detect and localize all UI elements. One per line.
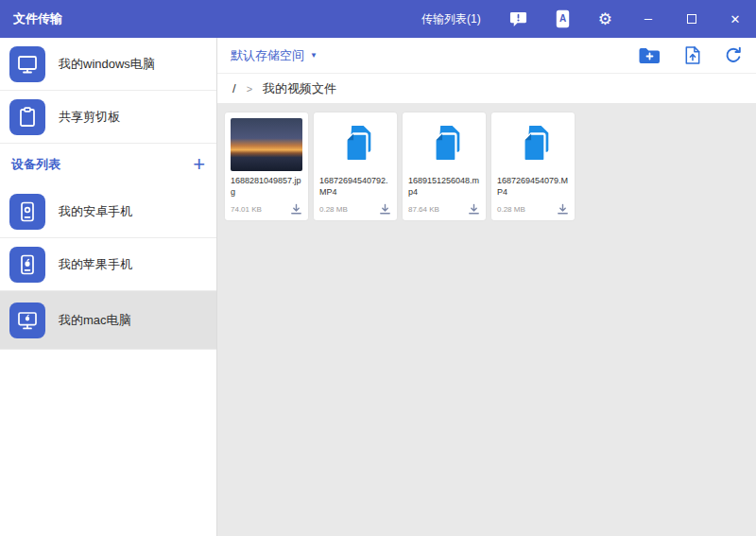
file-name: 16872694540792.MP4 — [319, 176, 391, 198]
app-body: 我的windows电脑 共享剪切板 设备列表 + — [0, 38, 756, 536]
file-area: 1688281049857.jpg 74.01 KB — [217, 103, 756, 536]
main-panel: 默认存储空间 ▼ — [217, 38, 756, 536]
file-meta: 0.28 MB — [319, 203, 391, 216]
download-icon[interactable] — [290, 203, 302, 216]
feedback-icon[interactable] — [509, 10, 527, 27]
sidebar-item-shared-clipboard[interactable]: 共享剪切板 — [0, 91, 216, 144]
maximize-button[interactable] — [684, 14, 699, 24]
clipboard-icon — [9, 99, 45, 135]
download-icon[interactable] — [468, 203, 480, 216]
sidebar-item-label: 我的苹果手机 — [59, 256, 132, 273]
upload-file-button[interactable] — [684, 45, 701, 65]
file-size: 0.28 MB — [497, 205, 525, 214]
video-file-icon — [319, 118, 391, 171]
maximize-icon — [687, 14, 696, 24]
storage-selector[interactable]: 默认存储空间 ▼ — [231, 47, 318, 64]
sidebar-item-mac[interactable]: 我的mac电脑 — [0, 291, 216, 350]
new-folder-button[interactable] — [638, 46, 662, 65]
file-size: 74.01 KB — [231, 205, 262, 214]
caret-down-icon: ▼ — [310, 51, 318, 60]
close-button[interactable]: ✕ — [728, 13, 743, 26]
sidebar-item-label: 我的mac电脑 — [59, 312, 131, 329]
device-list-title: 设备列表 — [11, 156, 60, 173]
file-card[interactable]: 16872694540792.MP4 0.28 MB — [314, 112, 397, 220]
sidebar-item-android-phone[interactable]: 我的安卓手机 — [0, 185, 216, 238]
titlebar: 文件传输 传输列表(1) A ⚙ ─ ✕ — [0, 0, 756, 38]
sidebar: 我的windows电脑 共享剪切板 设备列表 + — [0, 38, 217, 536]
add-device-button[interactable]: + — [193, 154, 205, 175]
toolbar: 默认存储空间 ▼ — [217, 38, 756, 74]
apple-phone-icon — [9, 247, 45, 283]
file-card[interactable]: 1688281049857.jpg 74.01 KB — [225, 112, 308, 220]
settings-gear-icon[interactable]: ⚙ — [598, 11, 612, 27]
sidebar-item-label: 共享剪切板 — [59, 109, 120, 126]
file-transfer-window: 文件传输 传输列表(1) A ⚙ ─ ✕ — [0, 0, 756, 536]
file-card[interactable]: 1687269454079.MP4 0.28 MB — [491, 112, 575, 220]
breadcrumb-current: 我的视频文件 — [263, 80, 336, 97]
breadcrumb-root[interactable]: / — [232, 81, 236, 95]
breadcrumb: / > 我的视频文件 — [217, 74, 756, 103]
sidebar-item-windows-computer[interactable]: 我的windows电脑 — [0, 38, 216, 91]
image-thumbnail — [231, 118, 302, 171]
file-size: 0.28 MB — [319, 205, 348, 214]
device-list-header: 设备列表 + — [0, 144, 216, 185]
storage-selector-label: 默认存储空间 — [231, 47, 304, 64]
windows-computer-icon — [9, 46, 45, 82]
download-icon[interactable] — [557, 203, 569, 216]
file-grid: 1688281049857.jpg 74.01 KB — [225, 112, 748, 220]
file-name: 1688281049857.jpg — [231, 176, 302, 198]
transfer-list-button[interactable]: 传输列表(1) — [421, 11, 481, 27]
minimize-button[interactable]: ─ — [641, 13, 656, 26]
video-file-icon — [408, 118, 480, 171]
file-card[interactable]: 1689151256048.mp4 87.64 KB — [403, 112, 486, 220]
sidebar-item-label: 我的安卓手机 — [59, 203, 132, 220]
refresh-button[interactable] — [724, 46, 743, 65]
file-meta: 87.64 KB — [408, 203, 480, 216]
titlebar-actions: 传输列表(1) A ⚙ ─ ✕ — [421, 9, 743, 28]
download-icon[interactable] — [379, 203, 391, 216]
sidebar-item-label: 我的windows电脑 — [59, 56, 155, 73]
sidebar-item-iphone[interactable]: 我的苹果手机 — [0, 238, 216, 291]
file-size: 87.64 KB — [408, 205, 439, 214]
breadcrumb-separator-icon: > — [247, 83, 252, 95]
svg-text:A: A — [559, 13, 566, 24]
file-meta: 0.28 MB — [497, 203, 569, 216]
android-phone-icon — [9, 194, 45, 230]
video-file-icon — [497, 118, 569, 171]
mac-computer-icon — [9, 303, 45, 338]
file-name: 1689151256048.mp4 — [408, 176, 480, 198]
phone-mirror-icon[interactable]: A — [556, 9, 570, 28]
app-title: 文件传输 — [13, 10, 62, 27]
file-meta: 74.01 KB — [231, 203, 302, 216]
toolbar-actions — [638, 45, 743, 65]
file-name: 1687269454079.MP4 — [497, 176, 569, 198]
